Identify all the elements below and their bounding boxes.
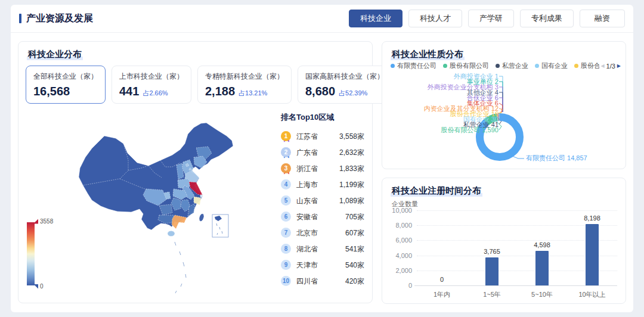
rank-medal-icon: 6: [281, 212, 292, 223]
china-map[interactable]: [58, 106, 273, 303]
region-value: 420家: [345, 276, 364, 287]
top10-row: 6安徽省705家: [281, 209, 364, 225]
region-name: 安徽省: [296, 212, 318, 222]
bar-value-label: 4,598: [524, 241, 560, 248]
rank-medal-icon: 2: [281, 147, 292, 159]
region-value: 1,833家: [339, 164, 364, 174]
stat-value: 16,568: [33, 85, 70, 98]
tab-融资[interactable]: 融资: [580, 10, 625, 27]
legend-min-marker-icon: [33, 284, 38, 289]
bar-chart-x-axis: [414, 285, 617, 286]
page-title-wrap: 产业资源及发展: [19, 13, 93, 25]
bar-category-label: 1~5年: [468, 290, 516, 299]
bar-5~10年[interactable]: [535, 251, 549, 285]
stat-card[interactable]: 全部科技企业（家）16,568: [26, 66, 106, 104]
stat-card[interactable]: 上市科技企业（家）441占2.66%: [112, 66, 191, 104]
rank-number: 9: [281, 260, 291, 270]
map-region-shanghai: [200, 195, 203, 198]
content-area: 科技企业分布 全部科技企业（家）16,568上市科技企业（家）441占2.66%…: [11, 33, 633, 312]
dashboard-page: 产业资源及发展 科技企业科技人才产学研专利成果融资 科技企业分布 全部科技企业（…: [0, 0, 644, 317]
main-card: 产业资源及发展 科技企业科技人才产学研专利成果融资 科技企业分布 全部科技企业（…: [11, 5, 633, 312]
region-name: 上海市: [296, 180, 318, 190]
bar-chart-y-tick: 6,000: [386, 237, 412, 244]
map-region-hainan: [168, 231, 175, 237]
region-value: 540家: [345, 260, 364, 271]
bar-category-label: 1年内: [418, 290, 466, 299]
rank-number: 4: [281, 179, 291, 189]
region-value: 705家: [345, 212, 364, 222]
donut-leader-line: [499, 103, 503, 113]
region-name: 山东省: [296, 196, 318, 206]
top10-row: 4上海市1,199家: [281, 177, 364, 193]
bar-category-label: 10年以上: [568, 290, 616, 299]
page-title: 产业资源及发展: [26, 13, 93, 25]
stat-label: 国家高新科技企业（家）: [305, 72, 384, 82]
rank-medal-icon: 10: [281, 276, 292, 288]
bar-10年以上[interactable]: [586, 224, 599, 285]
rank-medal-icon: 4: [281, 179, 292, 191]
tab-科技人才[interactable]: 科技人才: [408, 10, 462, 27]
region-name: 湖北省: [296, 244, 318, 254]
panel-reg-time: 科技企业注册时间分布 企业数量 02,0004,0006,0008,00010,…: [382, 178, 626, 304]
bar-chart-y-tick: 8,000: [386, 222, 412, 229]
bar-chart-y-tick: 0: [386, 282, 412, 289]
region-name: 广东省: [296, 148, 318, 158]
map-legend-min: 0: [40, 283, 44, 290]
panel-distribution-title: 科技企业分布: [27, 49, 83, 60]
stat-share: 占2.66%: [143, 89, 168, 98]
bar-value-label: 0: [424, 276, 460, 283]
panel-distribution: 科技企业分布 全部科技企业（家）16,568上市科技企业（家）441占2.66%…: [18, 41, 373, 303]
stat-card[interactable]: 专精特新科技企业（家）2,188占13.21%: [197, 66, 292, 104]
region-value: 1,199家: [339, 180, 364, 190]
stat-card[interactable]: 国家高新科技企业（家）8,680占52.39%: [298, 66, 392, 104]
region-value: 1,089家: [339, 196, 364, 206]
china-map-svg[interactable]: [58, 106, 273, 303]
nature-donut-chart[interactable]: 外商投资企业 1事业单位 2外商投资企业分支机构 3其他企业 4合伙企业 6集体…: [382, 42, 627, 170]
bar-value-label: 3,765: [474, 248, 510, 255]
region-value: 607家: [345, 228, 364, 238]
region-value: 2,632家: [339, 148, 364, 158]
donut-svg[interactable]: [382, 42, 627, 170]
donut-label: 有限责任公司 14,857: [526, 155, 587, 161]
reg-time-bar-chart[interactable]: 02,0004,0006,0008,00010,00001年内3,7651~5年…: [382, 178, 627, 304]
rank-number: 5: [281, 195, 291, 206]
region-value: 541家: [345, 244, 364, 254]
bar-value-label: 8,198: [574, 215, 610, 222]
tab-产学研[interactable]: 产学研: [468, 10, 514, 27]
top10-row: 1江苏省3,558家: [281, 129, 364, 145]
top10-ranking: 排名Top10区域 1江苏省3,558家2广东省2,632家3浙江省1,833家…: [281, 112, 364, 290]
stat-share: 占13.21%: [239, 89, 267, 98]
rank-number: 2: [281, 147, 291, 157]
stat-value-row: 8,680占52.39%: [305, 85, 384, 98]
tab-专利成果[interactable]: 专利成果: [520, 10, 574, 27]
tab-科技企业[interactable]: 科技企业: [349, 10, 402, 27]
top10-list: 1江苏省3,558家2广东省2,632家3浙江省1,833家4上海市1,199家…: [281, 129, 364, 290]
rank-number: 3: [281, 163, 291, 173]
bar-chart-y-tick: 10,000: [386, 207, 412, 214]
bar-chart-y-tick: 4,000: [386, 252, 412, 259]
bar-chart-grid-line: [417, 210, 617, 211]
rank-medal-icon: 1: [281, 131, 292, 143]
map-sea-inset: [212, 215, 228, 237]
map-region-guangdong: [172, 215, 187, 229]
top10-row: 3浙江省1,833家: [281, 161, 364, 177]
top10-title: 排名Top10区域: [281, 112, 364, 123]
bar-category-label: 5~10年: [518, 290, 566, 299]
bar-chart-y-tick: 2,000: [386, 267, 412, 274]
rank-number: 1: [281, 131, 291, 141]
rank-medal-icon: 9: [281, 260, 292, 272]
top10-row: 2广东省2,632家: [281, 145, 364, 161]
stat-value-row: 2,188占13.21%: [205, 85, 284, 98]
rank-medal-icon: 8: [281, 244, 292, 256]
map-legend-max-row: 3558: [33, 218, 53, 225]
stat-value-row: 16,568: [33, 85, 98, 98]
rank-number: 7: [281, 228, 291, 238]
rank-number: 6: [281, 212, 291, 222]
stat-label: 全部科技企业（家）: [33, 72, 98, 82]
bar-1~5年[interactable]: [485, 257, 499, 285]
region-value: 3,558家: [339, 132, 364, 142]
top10-row: 9天津市540家: [281, 257, 364, 274]
title-accent-bar: [19, 14, 21, 23]
rank-medal-icon: 7: [281, 228, 292, 240]
rank-number: 10: [281, 276, 291, 286]
